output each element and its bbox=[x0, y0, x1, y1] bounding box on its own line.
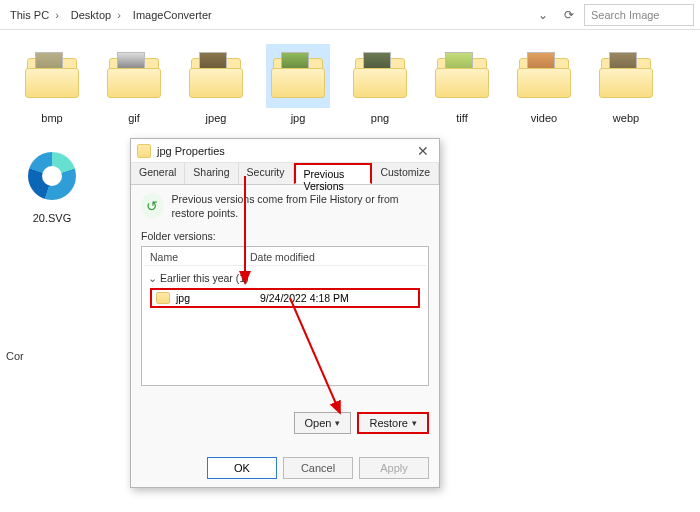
file-label: 20.SVG bbox=[33, 212, 72, 224]
apply-button: Apply bbox=[359, 457, 429, 479]
chevron-down-icon[interactable]: ▾ bbox=[335, 418, 340, 428]
folder-bmp[interactable]: bmp bbox=[20, 44, 84, 124]
tab-general[interactable]: General bbox=[131, 163, 185, 184]
group-header[interactable]: Earlier this year (1) bbox=[144, 266, 426, 286]
folder-jpg[interactable]: jpg bbox=[266, 44, 330, 124]
file-edge-svg[interactable]: 20.SVG bbox=[20, 144, 84, 224]
version-row[interactable]: jpg 9/24/2022 4:18 PM bbox=[150, 288, 420, 308]
address-bar: This PC Desktop ImageConverter ⌄ ⟳ Searc… bbox=[0, 0, 700, 30]
version-list[interactable]: Name Date modified Earlier this year (1)… bbox=[141, 246, 429, 386]
folder-icon bbox=[156, 292, 170, 304]
ok-button[interactable]: OK bbox=[207, 457, 277, 479]
folder-png[interactable]: png bbox=[348, 44, 412, 124]
search-input[interactable]: Search Image bbox=[584, 4, 694, 26]
folder-label: bmp bbox=[41, 112, 62, 124]
tab-strip: General Sharing Security Previous Versio… bbox=[131, 163, 439, 185]
folder-video[interactable]: video bbox=[512, 44, 576, 124]
folder-label: tiff bbox=[456, 112, 467, 124]
folder-icon bbox=[137, 144, 151, 158]
properties-dialog: jpg Properties ✕ General Sharing Securit… bbox=[130, 138, 440, 488]
column-date[interactable]: Date modified bbox=[250, 251, 315, 263]
tab-security[interactable]: Security bbox=[239, 163, 294, 184]
close-icon[interactable]: ✕ bbox=[413, 143, 433, 159]
truncated-label: Cor bbox=[6, 350, 24, 362]
chevron-down-icon[interactable]: ⌄ bbox=[532, 4, 554, 26]
breadcrumb-folder[interactable]: ImageConverter bbox=[129, 7, 216, 23]
folder-versions-label: Folder versions: bbox=[141, 230, 429, 242]
history-icon: ↺ bbox=[141, 193, 164, 219]
open-button[interactable]: Open▾ bbox=[294, 412, 352, 434]
folder-label: video bbox=[531, 112, 557, 124]
previous-versions-hint: Previous versions come from File History… bbox=[172, 193, 429, 220]
version-date: 9/24/2022 4:18 PM bbox=[260, 292, 349, 304]
refresh-icon[interactable]: ⟳ bbox=[558, 4, 580, 26]
folder-tiff[interactable]: tiff bbox=[430, 44, 494, 124]
folder-label: gif bbox=[128, 112, 140, 124]
folder-label: webp bbox=[613, 112, 639, 124]
tab-previous-versions[interactable]: Previous Versions bbox=[294, 163, 373, 184]
column-name[interactable]: Name bbox=[150, 251, 250, 263]
folder-label: jpg bbox=[291, 112, 306, 124]
dialog-titlebar: jpg Properties ✕ bbox=[131, 139, 439, 163]
folder-gif[interactable]: gif bbox=[102, 44, 166, 124]
chevron-down-icon[interactable]: ▾ bbox=[412, 418, 417, 428]
folder-label: png bbox=[371, 112, 389, 124]
folder-label: jpeg bbox=[206, 112, 227, 124]
folder-jpeg[interactable]: jpeg bbox=[184, 44, 248, 124]
breadcrumb-thispc[interactable]: This PC bbox=[6, 7, 63, 23]
tab-sharing[interactable]: Sharing bbox=[185, 163, 238, 184]
tab-customize[interactable]: Customize bbox=[372, 163, 439, 184]
version-name: jpg bbox=[176, 292, 260, 304]
dialog-title: jpg Properties bbox=[157, 145, 225, 157]
cancel-button[interactable]: Cancel bbox=[283, 457, 353, 479]
folder-webp[interactable]: webp bbox=[594, 44, 658, 124]
breadcrumb-desktop[interactable]: Desktop bbox=[67, 7, 125, 23]
edge-icon bbox=[28, 152, 76, 200]
restore-button[interactable]: Restore▾ bbox=[357, 412, 429, 434]
